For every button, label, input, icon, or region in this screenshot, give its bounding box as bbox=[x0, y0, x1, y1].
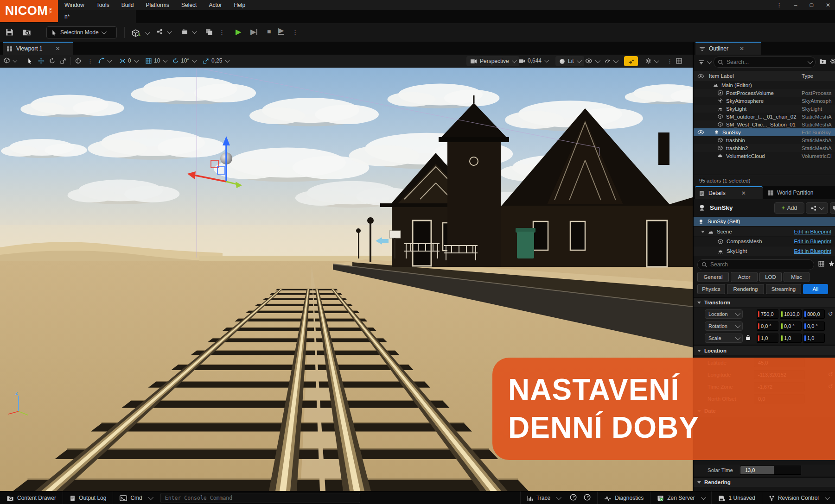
edit-in-blueprint-link[interactable]: Edit in Blueprint bbox=[794, 229, 831, 234]
unsaved-button[interactable]: 1 Unsaved bbox=[712, 491, 762, 504]
category-misc[interactable]: Misc bbox=[784, 272, 810, 282]
outliner-tab-close-icon[interactable]: ✕ bbox=[739, 45, 744, 52]
sequencer-icon[interactable] bbox=[205, 28, 213, 37]
add-component-button[interactable]: + Add bbox=[774, 202, 804, 214]
menu-window[interactable]: Window bbox=[59, 2, 89, 8]
component-row-skylight[interactable]: SkyLight Edit in Blueprint bbox=[694, 246, 835, 256]
outliner-column-header[interactable]: Item Label Type bbox=[694, 71, 835, 82]
location-z-field[interactable]: 800,0 bbox=[803, 309, 825, 319]
grid-snap-dropdown[interactable]: 10 bbox=[146, 57, 166, 64]
toolbar-overflow-icon[interactable]: ⋮ bbox=[219, 29, 225, 36]
console-command-input[interactable]: Enter Console Command bbox=[160, 493, 360, 503]
category-streaming[interactable]: Streaming bbox=[766, 284, 801, 294]
minimize-icon[interactable]: – bbox=[794, 2, 797, 8]
category-general[interactable]: General bbox=[697, 272, 729, 282]
outliner-settings-icon[interactable] bbox=[830, 58, 835, 66]
outliner-row-sunsky-selected[interactable]: SunSky Edit SunSky bbox=[694, 128, 835, 136]
menu-actor[interactable]: Actor bbox=[204, 2, 227, 8]
zen-server-dropdown[interactable]: Zen Server bbox=[650, 491, 711, 504]
outliner-row[interactable]: SM_outdoor_t..._01_chair_02StaticMeshA bbox=[694, 113, 835, 120]
actor-snap-dropdown[interactable]: 0 bbox=[120, 57, 138, 64]
property-matrix-icon[interactable] bbox=[818, 261, 824, 268]
details-extra-button[interactable] bbox=[830, 202, 835, 214]
outliner-filter-icon[interactable] bbox=[698, 59, 711, 65]
rotation-z-field[interactable]: 0,0 ° bbox=[803, 321, 825, 331]
move-tool-icon[interactable] bbox=[38, 58, 44, 65]
step-frame-icon[interactable]: ▶ bbox=[250, 27, 257, 36]
outliner-row[interactable]: SM_West_Chic..._Station_01StaticMeshA bbox=[694, 120, 835, 128]
world-partition-tab[interactable]: World Partition bbox=[764, 186, 817, 199]
blueprints-dropdown[interactable] bbox=[157, 29, 171, 35]
edit-in-blueprint-link[interactable]: Edit in Blueprint bbox=[794, 239, 831, 244]
location-section-header[interactable]: Location bbox=[694, 346, 835, 355]
rotation-dropdown[interactable]: Rotation bbox=[705, 321, 743, 331]
outliner-tab[interactable]: Outliner ✕ bbox=[695, 42, 761, 55]
location-y-field[interactable]: 1010,0 bbox=[780, 309, 802, 319]
insights-gauge-icon[interactable] bbox=[570, 494, 577, 502]
outliner-row[interactable]: trashbinStaticMeshA bbox=[694, 136, 835, 144]
details-tab[interactable]: Details ✕ bbox=[695, 186, 763, 199]
scale-x-field[interactable]: 1,0 bbox=[757, 334, 778, 343]
view-mode-dropdown[interactable]: Lit bbox=[555, 56, 584, 66]
rotate-tool-icon[interactable] bbox=[49, 58, 55, 65]
launch-icon[interactable]: ▶ bbox=[278, 27, 284, 35]
new-folder-icon[interactable] bbox=[819, 58, 826, 66]
solar-time-field[interactable]: 13,0 bbox=[740, 466, 801, 475]
outliner-row[interactable]: PostProcessVolumePostProcess bbox=[694, 89, 835, 97]
edit-sunsky-link[interactable]: Edit SunSky bbox=[802, 130, 831, 135]
blueprint-actions-dropdown[interactable] bbox=[806, 202, 828, 214]
layout-grid-icon[interactable] bbox=[676, 58, 682, 65]
content-browser-icon[interactable] bbox=[22, 28, 31, 38]
camera-speed-dropdown[interactable]: 0,644 bbox=[518, 57, 548, 64]
category-physics[interactable]: Physics bbox=[697, 284, 725, 294]
menu-build[interactable]: Build bbox=[116, 2, 139, 8]
viewport-mode-dropdown[interactable] bbox=[4, 57, 16, 63]
outliner-row[interactable]: SkyAtmosphereSkyAtmosph bbox=[694, 97, 835, 105]
world-space-icon[interactable] bbox=[75, 58, 81, 65]
revision-control-dropdown[interactable]: Revision Control bbox=[762, 491, 835, 504]
outliner-row[interactable]: SkyLightSkyLight bbox=[694, 105, 835, 113]
details-tab-close-icon[interactable]: ✕ bbox=[741, 190, 746, 196]
cmd-dropdown[interactable]: Cmd bbox=[113, 491, 158, 504]
outliner-row[interactable]: trashbin2StaticMeshA bbox=[694, 144, 835, 152]
show-flags-dropdown[interactable] bbox=[585, 58, 599, 64]
rotation-y-field[interactable]: 0,0 ° bbox=[780, 321, 802, 331]
menu-tools[interactable]: Tools bbox=[91, 2, 115, 8]
scale-lock-icon[interactable] bbox=[746, 334, 751, 342]
trace-dropdown[interactable]: Trace bbox=[520, 491, 598, 504]
level-tab[interactable]: n* bbox=[58, 10, 136, 23]
viewport-tab-close-icon[interactable]: ✕ bbox=[55, 45, 60, 52]
menu-select[interactable]: Select bbox=[176, 2, 202, 8]
viewport-settings-dropdown[interactable] bbox=[645, 58, 658, 64]
scale-y-field[interactable]: 1,0 bbox=[780, 334, 802, 343]
profiler-gauge-icon[interactable] bbox=[584, 494, 591, 502]
surface-snap-dropdown[interactable] bbox=[98, 57, 111, 63]
location-x-field[interactable]: 750,0 bbox=[757, 309, 778, 319]
favorites-star-icon[interactable] bbox=[829, 261, 835, 268]
category-lod[interactable]: LOD bbox=[759, 272, 782, 282]
scale-z-field[interactable]: 1,0 bbox=[803, 334, 825, 343]
visibility-eye-icon[interactable] bbox=[697, 129, 704, 135]
output-log-button[interactable]: Output Log bbox=[63, 491, 113, 504]
component-row-compassmesh[interactable]: CompassMesh Edit in Blueprint bbox=[694, 237, 835, 246]
component-row-scene[interactable]: Scene Edit in Blueprint bbox=[694, 227, 835, 236]
scale-dropdown[interactable]: Scale bbox=[705, 334, 743, 343]
rotation-snap-dropdown[interactable]: 10° bbox=[172, 57, 196, 64]
diagnostics-button[interactable]: Diagnostics bbox=[598, 491, 650, 504]
select-tool-icon[interactable] bbox=[27, 58, 33, 65]
add-actor-dropdown[interactable]: + bbox=[132, 28, 149, 38]
outliner-search-input[interactable]: Search... bbox=[714, 57, 816, 68]
edit-in-blueprint-link[interactable]: Edit in Blueprint bbox=[794, 248, 831, 254]
component-self-row[interactable]: SunSky (Self) bbox=[694, 217, 835, 226]
stop-icon[interactable]: ■ bbox=[267, 28, 271, 35]
rotation-x-field[interactable]: 0,0 ° bbox=[757, 321, 778, 331]
transform-options-icon[interactable]: ⋮ bbox=[87, 57, 93, 64]
reset-location-icon[interactable]: ↺ bbox=[828, 310, 833, 317]
close-icon[interactable]: ✕ bbox=[826, 2, 830, 8]
play-icon[interactable]: ▶ bbox=[236, 27, 241, 36]
quick-actions-button[interactable] bbox=[624, 56, 638, 66]
viewport-options-icon[interactable]: ⋮ bbox=[667, 57, 673, 64]
cinematics-dropdown[interactable] bbox=[182, 29, 196, 35]
rendering-section-header[interactable]: Rendering bbox=[694, 477, 835, 487]
content-drawer-button[interactable]: Content Drawer bbox=[0, 491, 63, 504]
